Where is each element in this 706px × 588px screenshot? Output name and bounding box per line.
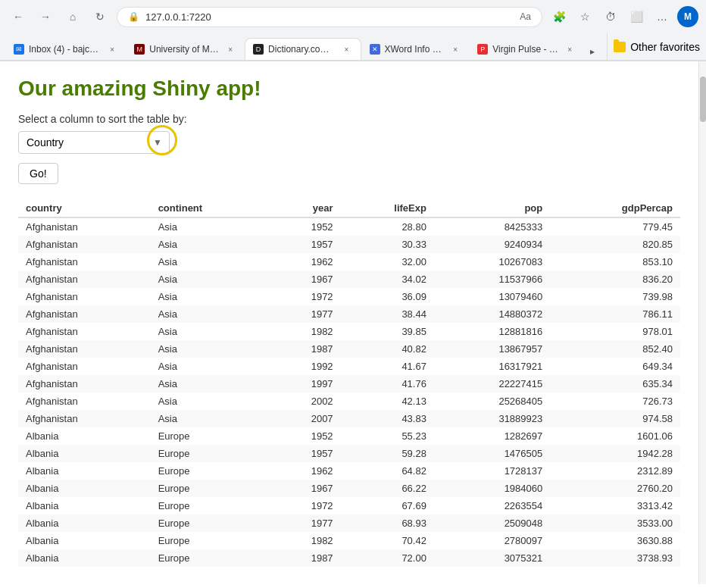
settings-icon[interactable]: … [651, 6, 673, 27]
table-cell: Europe [151, 427, 268, 445]
table-cell: 3075321 [434, 549, 550, 567]
table-cell: 66.22 [341, 480, 434, 497]
table-cell: Albania [18, 549, 151, 567]
close-tab-pulse[interactable]: × [564, 43, 576, 55]
table-cell: 40.82 [341, 340, 434, 358]
table-cell: Afghanistan [18, 271, 151, 288]
close-tab-dict[interactable]: × [341, 43, 353, 55]
tabs-bar: ✉ Inbox (4) - bajcz475... × M University… [0, 33, 706, 61]
collections-icon[interactable]: ⬜ [626, 6, 647, 27]
table-cell: 978.01 [550, 323, 680, 340]
table-cell: 3738.93 [550, 549, 680, 567]
tabs-list: ✉ Inbox (4) - bajcz475... × M University… [0, 33, 607, 60]
table-row: AfghanistanAsia197738.4414880372786.11 [18, 305, 680, 323]
extensions-icon[interactable]: 🧩 [548, 6, 570, 27]
home-button[interactable]: ⌂ [62, 6, 83, 27]
reader-icon: Aa [520, 11, 531, 22]
table-cell: 2007 [267, 410, 340, 427]
table-cell: 3533.00 [550, 514, 680, 532]
table-row: AfghanistanAsia196734.0211537966836.20 [18, 271, 680, 288]
table-cell: 32.00 [341, 253, 434, 271]
browser-toolbar: ← → ⌂ ↻ 🔒 127.0.0.1:7220 Aa 🧩 ☆ ⏱ ⬜ … M [0, 0, 706, 33]
col-country: country [18, 199, 151, 217]
table-cell: 779.45 [550, 217, 680, 236]
table-row: AfghanistanAsia196232.0010267083853.10 [18, 253, 680, 271]
tab-univ[interactable]: M University of Minne... × [127, 39, 244, 60]
favorites-folder-icon [614, 42, 626, 52]
tab-inbox[interactable]: ✉ Inbox (4) - bajcz475... × [6, 39, 126, 60]
go-button[interactable]: Go! [18, 163, 58, 184]
table-cell: 12881816 [434, 323, 550, 340]
tab-xword[interactable]: ✕ XWord Info Finder × [362, 39, 470, 60]
sort-instruction: Select a column to sort the table by: [18, 113, 680, 125]
table-cell: Afghanistan [18, 253, 151, 271]
table-body: AfghanistanAsia195228.808425333779.45Afg… [18, 217, 680, 567]
forward-button[interactable]: → [35, 6, 56, 27]
table-cell: 1601.06 [550, 427, 680, 445]
history-icon[interactable]: ⏱ [600, 6, 621, 27]
table-cell: 68.93 [341, 514, 434, 532]
table-row: AlbaniaEurope198270.4227800973630.88 [18, 532, 680, 549]
table-cell: 2760.20 [550, 480, 680, 497]
table-cell: 2263554 [434, 497, 550, 514]
table-cell: 38.44 [341, 305, 434, 323]
tab-pulse[interactable]: P Virgin Pulse - Home × [470, 39, 583, 60]
lock-icon: 🔒 [128, 11, 139, 22]
table-cell: 1476505 [434, 445, 550, 462]
close-tab-univ[interactable]: × [224, 43, 236, 55]
table-cell: Albania [18, 497, 151, 514]
table-cell: 1982 [267, 532, 340, 549]
table-row: AlbaniaEurope195255.2312826971601.06 [18, 427, 680, 445]
table-row: AfghanistanAsia199741.7622227415635.34 [18, 375, 680, 393]
table-cell: 1282697 [434, 427, 550, 445]
table-cell: Asia [151, 323, 268, 340]
table-cell: 1977 [267, 305, 340, 323]
table-cell: 974.58 [550, 410, 680, 427]
table-row: AfghanistanAsia195730.339240934820.85 [18, 236, 680, 253]
table-cell: Afghanistan [18, 393, 151, 410]
table-cell: Afghanistan [18, 410, 151, 427]
table-cell: 1962 [267, 462, 340, 480]
table-cell: 11537966 [434, 271, 550, 288]
address-bar[interactable]: 🔒 127.0.0.1:7220 Aa [117, 7, 542, 27]
scrollbar[interactable] [698, 61, 706, 584]
scrollbar-thumb[interactable] [700, 77, 706, 122]
close-tab-xword[interactable]: × [449, 43, 461, 55]
table-cell: 2780097 [434, 532, 550, 549]
table-cell: 726.73 [550, 393, 680, 410]
more-tabs-button[interactable]: ▸ [584, 43, 601, 60]
table-cell: Albania [18, 462, 151, 480]
table-cell: 836.20 [550, 271, 680, 288]
table-cell: 1997 [267, 375, 340, 393]
table-cell: 13867957 [434, 340, 550, 358]
toolbar-icons: 🧩 ☆ ⏱ ⬜ … M [548, 6, 698, 27]
column-sort-select[interactable]: Country Continent Year Life Expectancy P… [18, 131, 170, 154]
col-gdppercap: gdpPercap [550, 199, 680, 217]
favorites-icon[interactable]: ☆ [574, 6, 595, 27]
table-cell: 39.85 [341, 323, 434, 340]
table-cell: Afghanistan [18, 340, 151, 358]
table-cell: 36.09 [341, 288, 434, 305]
tab-dict[interactable]: D Dictionary.com | M... × [245, 38, 361, 60]
back-button[interactable]: ← [8, 6, 29, 27]
table-cell: 1987 [267, 340, 340, 358]
table-cell: 72.00 [341, 549, 434, 567]
refresh-button[interactable]: ↻ [89, 6, 111, 27]
table-row: AlbaniaEurope196766.2219840602760.20 [18, 480, 680, 497]
table-row: AfghanistanAsia200743.8331889923974.58 [18, 410, 680, 427]
table-cell: 25268405 [434, 393, 550, 410]
table-cell: 14880372 [434, 305, 550, 323]
profile-icon[interactable]: M [677, 6, 698, 27]
tab-label-inbox: Inbox (4) - bajcz475... [29, 44, 102, 55]
table-cell: Afghanistan [18, 217, 151, 236]
table-cell: Europe [151, 532, 268, 549]
table-cell: 852.40 [550, 340, 680, 358]
table-cell: 41.76 [341, 375, 434, 393]
close-tab-inbox[interactable]: × [106, 43, 118, 55]
table-cell: 649.34 [550, 358, 680, 375]
tab-favicon-pulse: P [477, 44, 488, 55]
tab-favicon-dict: D [253, 44, 264, 55]
favorites-section: Other favorites [607, 33, 706, 60]
browser-chrome: ← → ⌂ ↻ 🔒 127.0.0.1:7220 Aa 🧩 ☆ ⏱ ⬜ … M … [0, 0, 706, 61]
table-cell: 1967 [267, 480, 340, 497]
